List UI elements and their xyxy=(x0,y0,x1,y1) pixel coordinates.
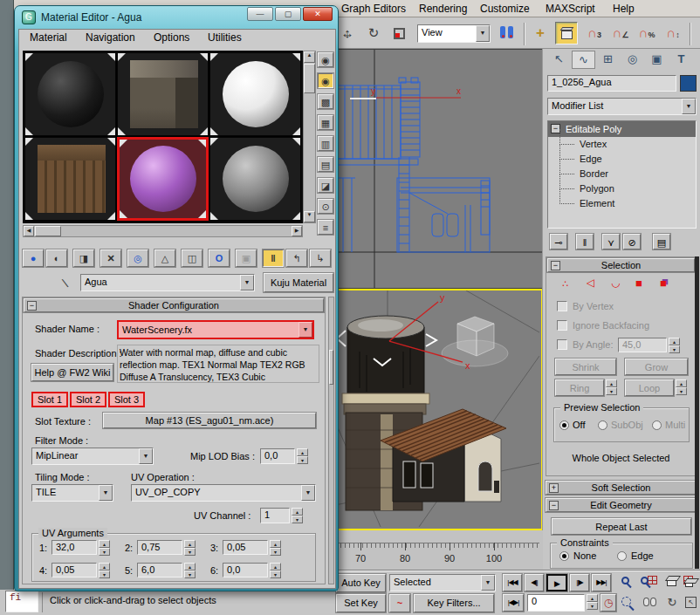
collapse-icon[interactable]: − xyxy=(27,301,37,311)
edge-subobject-icon[interactable]: ◁ xyxy=(587,277,594,289)
play-button[interactable]: ▶ xyxy=(546,574,567,591)
menu-customize[interactable]: Customize xyxy=(473,0,537,17)
menu-help[interactable]: Help xyxy=(606,0,642,17)
show-map-in-viewport-button[interactable]: ▣ xyxy=(236,249,257,267)
uv-arg-4-field[interactable]: 0,05 xyxy=(51,563,97,577)
collapse-icon[interactable]: − xyxy=(549,501,559,510)
selection-set-dropdown[interactable]: Selected ▼ xyxy=(389,574,496,591)
select-and-rotate-button[interactable]: ↻ xyxy=(362,22,385,44)
menu-maxscript[interactable]: MAXScript xyxy=(539,0,602,17)
snaps-toggle-button[interactable] xyxy=(555,22,578,44)
zoom-button[interactable] xyxy=(618,574,639,592)
uv-arg-1-spinner[interactable]: ▴▾ xyxy=(99,540,110,555)
shrink-button[interactable]: Shrink xyxy=(555,359,616,375)
remove-modifier-button[interactable]: ⊘ xyxy=(623,234,641,249)
dropdown-arrow-icon[interactable]: ▼ xyxy=(299,322,312,338)
polygon-subobject-icon[interactable]: ■ xyxy=(635,277,642,290)
stack-row-border[interactable]: Border xyxy=(548,167,696,181)
arc-rotate-button[interactable]: ↻ xyxy=(662,594,683,612)
assign-material-to-selection-button[interactable]: ◨ xyxy=(73,249,94,267)
panel-scrollbar[interactable] xyxy=(695,256,699,569)
material-slot-gray-sphere[interactable] xyxy=(209,137,301,221)
shader-config-header[interactable]: − Shader Configuration xyxy=(24,298,324,312)
scroll-thumb[interactable] xyxy=(329,350,333,385)
soft-selection-rollout-header[interactable]: + Soft Selection xyxy=(546,481,697,495)
stack-row-edge[interactable]: Edge xyxy=(548,152,696,167)
uv-arg-6-field[interactable]: 0,0 xyxy=(223,563,268,577)
scroll-thumb[interactable] xyxy=(35,226,61,236)
slot-3-tab[interactable]: Slot 3 xyxy=(108,392,145,407)
constraints-none-radio[interactable] xyxy=(559,551,569,561)
reference-coordinate-dropdown[interactable]: View ▼ xyxy=(417,24,491,43)
uv-arg-3-spinner[interactable]: ▴▾ xyxy=(270,540,281,555)
material-editor-options-button[interactable]: ◪ xyxy=(318,178,333,193)
next-frame-button[interactable]: ||▶ xyxy=(570,574,589,591)
make-material-copy-button[interactable]: ◎ xyxy=(127,249,148,267)
tab-motion[interactable]: ◎ xyxy=(621,51,644,69)
me-menu-navigation[interactable]: Navigation xyxy=(79,30,142,46)
current-frame-field[interactable]: 0 xyxy=(527,594,585,612)
by-angle-checkbox[interactable] xyxy=(557,339,567,350)
constraints-edge-radio[interactable] xyxy=(617,551,627,561)
scroll-thumb[interactable] xyxy=(304,64,315,93)
scroll-down-icon[interactable]: ▼ xyxy=(304,211,315,222)
zoom-extents-button[interactable] xyxy=(662,574,683,592)
stack-row-element[interactable]: Element xyxy=(548,196,696,211)
get-material-button[interactable]: ● xyxy=(23,249,44,267)
preview-multi-radio[interactable] xyxy=(652,420,662,430)
vertex-subobject-icon[interactable]: ∴ xyxy=(562,278,568,290)
rollout-scrollbar[interactable] xyxy=(328,297,334,584)
select-by-material-button[interactable]: ⊙ xyxy=(318,199,333,214)
maximize-button[interactable]: ▢ xyxy=(275,7,301,21)
close-button[interactable]: ✕ xyxy=(303,7,333,21)
dropdown-arrow-icon[interactable]: ▼ xyxy=(99,485,113,501)
show-end-result-stack-button[interactable]: ‖ xyxy=(576,234,594,249)
select-and-scale-button[interactable] xyxy=(388,22,411,44)
put-to-library-button[interactable]: ◫ xyxy=(182,249,202,267)
time-configuration-button[interactable]: ◷ xyxy=(600,594,616,612)
dropdown-arrow-icon[interactable]: ▼ xyxy=(481,575,495,591)
ring-spinner[interactable]: ▴▾ xyxy=(606,379,617,396)
by-angle-spinner[interactable]: ▴▾ xyxy=(669,338,680,352)
material-name-dropdown[interactable]: Agua ▼ xyxy=(80,274,255,291)
configure-modifier-sets-button[interactable]: ▤ xyxy=(653,234,670,249)
material-type-button[interactable]: Kuju Material xyxy=(264,273,333,292)
set-key-button[interactable]: Set Key xyxy=(336,594,386,612)
maxscript-mini-listener[interactable]: fi xyxy=(5,591,38,612)
pan-view-button[interactable] xyxy=(640,594,661,612)
make-preview-button[interactable]: ▤ xyxy=(318,157,333,172)
select-and-move-button[interactable]: ↔ ↕ xyxy=(336,22,359,44)
make-unique-button[interactable]: △ xyxy=(154,249,175,267)
object-color-swatch[interactable] xyxy=(680,75,697,92)
previous-frame-button[interactable]: ◀|| xyxy=(525,574,544,591)
me-menu-utilities[interactable]: Utilities xyxy=(201,30,249,46)
uv-arg-5-spinner[interactable]: ▴▾ xyxy=(184,563,196,577)
slot-vertical-scrollbar[interactable]: ▲ ▼ xyxy=(303,51,316,223)
modifier-list-dropdown[interactable]: Modifier List ▼ xyxy=(547,98,697,115)
material-slot-wood-crate[interactable] xyxy=(24,137,116,221)
pin-stack-button[interactable]: ⊸ xyxy=(550,234,567,249)
slot-horizontal-scrollbar[interactable]: ◀ ▶ xyxy=(23,225,303,237)
put-material-to-scene-button[interactable]: ◐ xyxy=(46,249,67,267)
ring-button[interactable]: Ring xyxy=(555,379,604,396)
percent-snap-toggle-button[interactable]: ∩% xyxy=(635,22,658,44)
use-pivot-point-button[interactable] xyxy=(496,22,518,44)
key-mode-toggle-button[interactable]: |◀▶| xyxy=(503,594,524,612)
delete-material-button[interactable]: ✕ xyxy=(100,249,121,267)
sample-type-sphere-button[interactable]: ◉ xyxy=(318,52,333,67)
expand-icon[interactable]: + xyxy=(549,483,559,493)
track-bar[interactable]: 70 80 90 100 xyxy=(333,530,543,571)
dropdown-arrow-icon[interactable]: ▼ xyxy=(240,275,254,290)
uv-arg-2-field[interactable]: 0,75 xyxy=(137,540,182,555)
by-vertex-checkbox[interactable] xyxy=(557,301,567,311)
go-to-start-button[interactable]: |◀◀ xyxy=(503,574,522,591)
loop-button[interactable]: Loop xyxy=(625,379,674,396)
go-to-end-button[interactable]: ▶▶| xyxy=(592,574,611,591)
material-slot-agua-selected[interactable] xyxy=(117,137,209,221)
mip-lod-bias-spinner[interactable]: ▴▾ xyxy=(297,448,308,464)
tab-utilities[interactable]: T xyxy=(669,51,693,69)
uv-arg-5-field[interactable]: 6,0 xyxy=(137,563,182,577)
tiling-mode-dropdown[interactable]: TILE ▼ xyxy=(31,484,113,502)
zoom-all-button[interactable] xyxy=(640,574,661,592)
repeat-last-button[interactable]: Repeat Last xyxy=(552,518,691,535)
